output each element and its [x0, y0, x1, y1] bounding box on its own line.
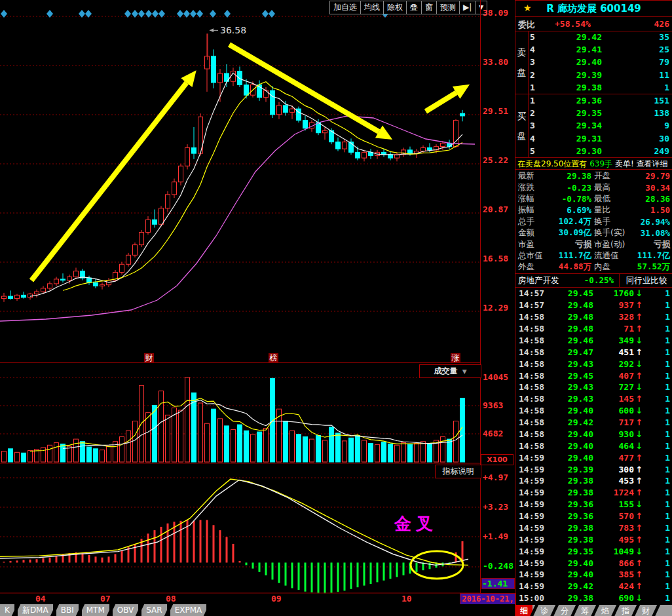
tick-row: 14:5829.47451↑1 — [515, 346, 672, 358]
info-row: 最新29.38开盘29.79 — [515, 170, 672, 182]
tick-row: 14:5829.40464↓1 — [515, 440, 672, 452]
arrow-up-icon: ↑ — [634, 569, 644, 579]
volume-selector-dropdown[interactable]: 成交量 ▼ — [419, 364, 481, 378]
indicator-tab-6[interactable]: SAR — [141, 604, 166, 616]
info-value: 亏损 — [635, 239, 672, 250]
info-value: 29.79 — [635, 171, 672, 181]
level-number: 2 — [530, 108, 542, 118]
bid-row: 329.349 — [530, 119, 672, 132]
strip-divider — [0, 362, 480, 363]
tick-list[interactable]: 14:5729.451760↓114:5729.48937↑114:5829.4… — [515, 288, 672, 604]
tick-price: 29.40 — [549, 429, 593, 439]
arrow-up-icon: ↑ — [634, 324, 644, 334]
indicator-axis-label: +3.23 — [483, 502, 514, 512]
indicator-tab-5[interactable]: OBV — [113, 604, 139, 616]
tick-volume: 407 — [593, 371, 634, 381]
tick-time: 14:59 — [515, 465, 549, 474]
notice-text: 在卖盘29.50位置有 — [517, 159, 587, 168]
tick-count: 1 — [644, 312, 672, 322]
indicator-axis-label: -0.248 — [483, 561, 514, 571]
toolbar-button-6[interactable]: 预测 — [437, 1, 460, 14]
volume-unit-box: X100 — [481, 454, 513, 465]
ask-row: 229.3911 — [530, 69, 672, 81]
arrow-up-icon: ↑ — [634, 417, 644, 427]
arrow-up-icon: ↑ — [634, 347, 644, 357]
tick-price: 29.48 — [549, 300, 593, 310]
tick-count: 1 — [644, 511, 672, 521]
indicator-help-button[interactable]: 指标说明 — [435, 465, 481, 478]
tick-price: 29.36 — [549, 499, 593, 509]
tick-count: 1 — [644, 453, 672, 463]
event-marker[interactable]: 涨 — [451, 353, 460, 363]
indicator-tab-7[interactable]: EXPMA — [170, 604, 207, 616]
info-label: 市盈 — [515, 239, 546, 250]
event-marker[interactable]: 榜 — [269, 353, 278, 363]
ask-row: 329.4079 — [530, 56, 672, 68]
tick-volume: 477 — [593, 453, 634, 463]
tick-row: 14:5929.40866↑1 — [515, 557, 672, 569]
tick-count: 1 — [644, 406, 672, 415]
tick-row: 14:5829.40930↓1 — [515, 429, 672, 440]
level-price: 29.30 — [542, 146, 602, 156]
notice-detail-link[interactable]: 卖单! 查看详细 — [615, 159, 668, 168]
tick-time: 14:58 — [515, 359, 549, 369]
toolbar-button-4[interactable]: 叠 — [407, 1, 422, 14]
tick-price: 29.40 — [549, 569, 593, 579]
time-axis-label: 04 — [35, 594, 46, 604]
volume-selector-label: 成交量 — [434, 366, 457, 375]
next-panel-icon[interactable]: ▶| — [460, 1, 476, 14]
arrow-down-icon: ↓ — [634, 499, 644, 509]
level-price: 29.42 — [542, 32, 602, 42]
tick-count: 1 — [644, 324, 672, 334]
tick-price: 29.42 — [549, 417, 593, 427]
volume-axis-label: 9363 — [483, 400, 514, 410]
info-label: 最高 — [591, 182, 635, 193]
tick-volume: 328 — [593, 312, 634, 322]
bid-row: 129.36151 — [530, 94, 672, 107]
arrow-down-icon: ↓ — [634, 441, 644, 451]
event-marker[interactable]: 财 — [144, 353, 154, 363]
tick-price: 29.46 — [549, 336, 593, 345]
tick-count: 1 — [644, 382, 672, 392]
tick-row: 14:5929.39300↑1 — [515, 463, 672, 475]
info-label: 涨跌 — [515, 182, 546, 193]
info-label: 总市值 — [515, 250, 546, 261]
tick-count: 1 — [644, 300, 672, 310]
toolbar-button-2[interactable]: 均线 — [361, 1, 384, 14]
large-order-notice[interactable]: 在卖盘29.50位置有 639手 卖单! 查看详细 — [515, 158, 672, 170]
toolbar-button-1[interactable]: 加自选 — [329, 1, 361, 14]
tick-row: 14:5829.4871↑1 — [515, 323, 672, 335]
bid-row: 429.3130 — [530, 132, 672, 145]
tick-volume: 424 — [593, 581, 634, 591]
toolbar-button-5[interactable]: 窗 — [422, 1, 437, 14]
level-volume: 25 — [602, 45, 672, 54]
main-candlestick-chart[interactable]: 36.58 — [0, 0, 480, 363]
toolbar-button-3[interactable]: 除权 — [384, 1, 407, 14]
volume-chart[interactable] — [0, 363, 480, 465]
info-label: 内盘 — [591, 261, 635, 273]
tick-price: 29.42 — [549, 581, 593, 591]
tick-row: 14:5929.36570↑1 — [515, 510, 672, 522]
weibi-diff: 426 — [654, 19, 669, 29]
level-number: 1 — [530, 83, 542, 92]
arrow-down-icon: ↓ — [634, 406, 644, 415]
level-volume: 30 — [602, 134, 672, 144]
indicator-tab-3[interactable]: BBI — [56, 604, 79, 616]
tick-row: 14:5829.42717↑1 — [515, 417, 672, 429]
trading-terminal: 36.58 加自选均线除权叠窗预测▶|▼ 财榜涨 38.0933.8029.51… — [0, 0, 672, 616]
tick-time: 14:59 — [515, 558, 549, 568]
indicator-tab-2[interactable]: 新DMA — [18, 604, 53, 616]
indicator-axis-label: +1.49 — [483, 531, 514, 541]
notice-lots: 639手 — [589, 159, 612, 168]
tick-row: 14:5729.48937↑1 — [515, 299, 672, 311]
tick-time: 14:59 — [515, 523, 549, 533]
industry-compare-button[interactable]: 同行业比较 — [622, 274, 671, 287]
tick-time: 14:58 — [515, 324, 549, 334]
tick-price: 29.39 — [549, 465, 593, 474]
tick-time: 15:00 — [515, 593, 549, 603]
tick-count: 1 — [644, 441, 672, 451]
indicator-tab-4[interactable]: MTM — [82, 604, 109, 616]
arrow-up-icon: ↑ — [634, 523, 644, 533]
tick-price: 29.40 — [549, 453, 593, 463]
level-price: 29.40 — [542, 57, 602, 67]
